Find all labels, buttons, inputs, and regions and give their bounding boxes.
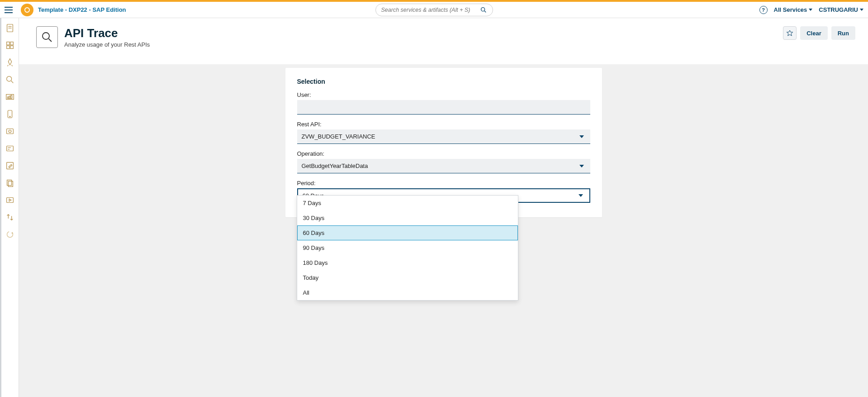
sidebar-item-rocket[interactable] — [5, 57, 15, 68]
user-label: User: — [297, 91, 590, 98]
all-services-label: All Services — [774, 6, 807, 13]
operation-label: Operation: — [297, 150, 590, 157]
operation-select[interactable]: GetBudgetYearTableData — [297, 159, 590, 173]
chevron-down-icon — [579, 135, 584, 138]
period-option[interactable]: Today — [297, 270, 518, 285]
selection-card: Selection User: Rest API: ZVW_BUDGET_VAR… — [285, 68, 602, 217]
period-option[interactable]: 60 Days — [297, 225, 518, 240]
page-title-block: API Trace Analyze usage of your Rest API… — [64, 26, 150, 48]
svg-rect-27 — [8, 181, 13, 187]
layout: API Trace Analyze usage of your Rest API… — [0, 18, 868, 397]
svg-point-21 — [9, 130, 11, 133]
main: API Trace Analyze usage of your Rest API… — [19, 18, 868, 397]
rest-api-label: Rest API: — [297, 121, 590, 128]
svg-rect-18 — [8, 110, 12, 118]
period-dropdown: 7 Days30 Days60 Days90 Days180 DaysToday… — [297, 195, 518, 301]
period-option[interactable]: 90 Days — [297, 240, 518, 255]
topbar-right: ? All Services CSTRUGARIU — [759, 6, 863, 14]
sidebar-item-copy[interactable] — [5, 177, 15, 188]
logo[interactable] — [21, 4, 33, 16]
sidebar-item-edit[interactable] — [5, 160, 15, 171]
sidebar-item-play[interactable] — [5, 195, 15, 206]
sidebar-item-refresh[interactable] — [5, 229, 15, 240]
period-option[interactable]: 30 Days — [297, 210, 518, 225]
svg-rect-20 — [7, 129, 14, 134]
operation-value: GetBudgetYearTableData — [302, 163, 368, 169]
topbar: Template - DXP22 - SAP Edition ? All Ser… — [0, 2, 868, 18]
page-icon — [36, 26, 58, 48]
search-box[interactable] — [375, 4, 493, 16]
user-menu[interactable]: CSTRUGARIU — [819, 6, 863, 13]
field-rest-api: Rest API: ZVW_BUDGET_VARIANCE — [297, 121, 590, 144]
svg-rect-7 — [10, 42, 13, 45]
svg-marker-34 — [787, 30, 793, 36]
sidebar — [0, 18, 19, 397]
all-services-link[interactable]: All Services — [774, 6, 813, 13]
svg-line-13 — [11, 81, 14, 83]
chevron-down-icon — [579, 165, 584, 167]
help-icon[interactable]: ? — [759, 6, 768, 14]
svg-rect-26 — [7, 180, 12, 186]
svg-marker-31 — [11, 232, 14, 234]
magnifier-icon — [40, 30, 54, 44]
page-subtitle: Analyze usage of your Rest APIs — [64, 41, 150, 48]
period-label: Period: — [297, 180, 590, 187]
svg-marker-29 — [9, 199, 11, 201]
svg-line-2 — [484, 11, 486, 12]
svg-point-1 — [481, 7, 484, 11]
svg-rect-8 — [7, 46, 9, 48]
svg-rect-6 — [7, 42, 9, 45]
svg-point-12 — [7, 77, 12, 81]
svg-line-33 — [49, 39, 52, 42]
svg-line-10 — [8, 65, 9, 67]
content-area: Selection User: Rest API: ZVW_BUDGET_VAR… — [19, 64, 868, 397]
svg-rect-22 — [7, 146, 14, 151]
section-title: Selection — [297, 78, 590, 85]
svg-point-32 — [43, 33, 49, 39]
sidebar-item-gear[interactable] — [5, 126, 15, 137]
svg-point-0 — [25, 8, 29, 12]
rest-api-value: ZVW_BUDGET_VARIANCE — [302, 133, 375, 140]
period-option[interactable]: 7 Days — [297, 196, 518, 210]
search-icon[interactable] — [480, 6, 487, 14]
run-button[interactable]: Run — [831, 26, 855, 40]
period-option[interactable]: 180 Days — [297, 255, 518, 270]
clear-button[interactable]: Clear — [800, 26, 828, 40]
breadcrumb[interactable]: Template - DXP22 - SAP Edition — [38, 6, 126, 13]
star-icon — [786, 29, 793, 37]
field-period: Period: 60 Days 7 Days30 Days60 Days90 D… — [297, 180, 590, 203]
svg-rect-17 — [11, 95, 12, 98]
svg-rect-15 — [8, 97, 9, 99]
sidebar-item-sliders[interactable] — [5, 143, 15, 154]
logo-icon — [24, 6, 31, 14]
chevron-down-icon — [809, 9, 812, 11]
svg-rect-9 — [10, 46, 13, 48]
username-label: CSTRUGARIU — [819, 6, 858, 13]
field-user: User: — [297, 91, 590, 115]
sidebar-item-search[interactable] — [5, 74, 15, 85]
svg-rect-16 — [9, 96, 10, 99]
menu-icon[interactable] — [5, 5, 15, 15]
favorite-button[interactable] — [783, 26, 797, 40]
rest-api-select[interactable]: ZVW_BUDGET_VARIANCE — [297, 129, 590, 144]
chevron-down-icon — [860, 9, 863, 11]
svg-point-19 — [9, 116, 10, 117]
sidebar-item-mobile[interactable] — [5, 109, 15, 120]
svg-line-11 — [12, 65, 13, 67]
sidebar-item-document[interactable] — [5, 23, 15, 33]
svg-rect-28 — [7, 198, 14, 203]
page-header: API Trace Analyze usage of your Rest API… — [19, 18, 868, 64]
sidebar-item-chart[interactable] — [5, 91, 15, 102]
page-actions: Clear Run — [783, 26, 855, 40]
field-operation: Operation: GetBudgetYearTableData — [297, 150, 590, 173]
period-option[interactable]: All — [297, 285, 518, 300]
search-container — [375, 4, 493, 16]
user-input[interactable] — [297, 100, 590, 115]
sidebar-item-grid[interactable] — [5, 40, 15, 51]
sidebar-item-transfer[interactable] — [5, 212, 15, 223]
chevron-down-icon — [579, 194, 583, 197]
search-input[interactable] — [381, 7, 480, 13]
page-title: API Trace — [64, 26, 150, 40]
